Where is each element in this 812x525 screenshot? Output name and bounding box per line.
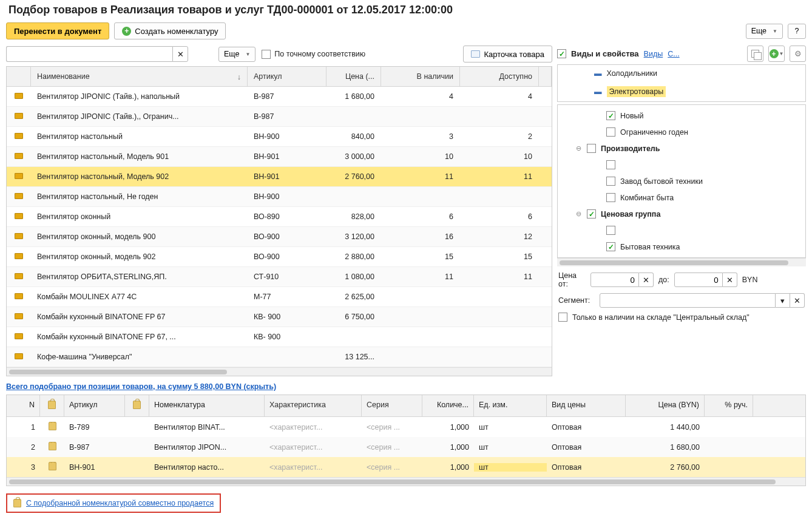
bag-icon	[48, 401, 56, 409]
cell-stock: 3	[381, 132, 460, 141]
cell-stock: 10	[381, 152, 460, 161]
table-row[interactable]: Комбайн кухонный BINATONE FP 67, ...КВ- …	[7, 327, 552, 347]
filter-checkbox[interactable]	[606, 111, 615, 120]
cell-stock: 4	[381, 92, 460, 101]
price-to-input[interactable]	[674, 273, 723, 287]
clear-price-to[interactable]: ✕	[723, 273, 737, 287]
filter-row[interactable]: ⊖Производитель	[558, 140, 805, 157]
table-row[interactable]: Вентилятор ОРБИТА,STERLING,ЯП.СТ-9101 08…	[7, 267, 552, 287]
clear-search-button[interactable]: ✕	[172, 46, 188, 62]
segment-dropdown[interactable]: ▾	[776, 293, 790, 308]
table-row[interactable]: Кофе-машина "Универсал"13 125...	[7, 347, 552, 367]
types-properties-checkbox[interactable]	[557, 49, 566, 58]
filter-checkbox[interactable]	[606, 193, 615, 202]
settings-button[interactable]: ⚙	[790, 46, 806, 62]
cell-article: М-77	[248, 293, 326, 301]
filter-checkbox[interactable]	[606, 242, 615, 251]
table-row[interactable]: Комбайн кухонный BINATONE FP 67КВ- 9006 …	[7, 307, 552, 327]
cell-available: 11	[460, 273, 539, 281]
col-nomenclature[interactable]: Номенклатура	[149, 395, 265, 416]
filter-panel: НовыйОграниченно годен⊖ПроизводительЗаво…	[557, 104, 806, 258]
filter-row[interactable]: ⊖Ценовая группа	[558, 206, 805, 222]
table-row[interactable]: Вентилятор оконныйВО-890828,0066	[7, 207, 552, 227]
tree-toggle-icon[interactable]: ⊖	[575, 210, 582, 218]
currency-label: BYN	[742, 276, 758, 284]
col-name[interactable]: Наименование↓	[31, 67, 248, 86]
clear-segment[interactable]: ✕	[790, 293, 805, 308]
table-row[interactable]: 1B-789Вентилятор BINAT...<характерист...…	[7, 417, 805, 437]
help-button[interactable]: ?	[788, 24, 806, 39]
col-price[interactable]: Цена (...	[326, 67, 381, 86]
filter-checkbox[interactable]	[606, 127, 615, 137]
table-row[interactable]: Вентилятор JIPONIC (Тайв.), напольныйB-9…	[7, 87, 552, 107]
clear-price-from[interactable]: ✕	[639, 273, 654, 287]
filter-horizontal-scrollbar[interactable]	[557, 258, 806, 266]
types-link[interactable]: Виды	[644, 50, 663, 58]
col-article[interactable]: Артикул	[248, 67, 326, 86]
col-characteristic[interactable]: Характеристика	[265, 395, 362, 416]
col-icon2[interactable]	[125, 395, 149, 416]
filter-row[interactable]: Комбинат быта	[558, 189, 805, 206]
types-properties-title: Виды и свойства	[571, 49, 639, 58]
props-link[interactable]: С...	[668, 50, 679, 58]
col-price-type[interactable]: Вид цены	[547, 395, 626, 416]
btable-horizontal-scrollbar[interactable]	[7, 477, 805, 486]
cell-price: 828,00	[326, 212, 381, 221]
filter-row[interactable]: Бытовая техника	[558, 239, 805, 255]
table-row[interactable]: Вентилятор оконный, модель 902ВО-9002 88…	[7, 247, 552, 267]
cell-name: Комбайн кухонный BINATONE FP 67, ...	[31, 333, 248, 341]
table-row[interactable]: Комбайн MOULINEX А77 4СМ-772 625,00	[7, 287, 552, 307]
filter-checkbox[interactable]	[587, 209, 596, 218]
col-series[interactable]: Серия	[362, 395, 422, 416]
segment-input[interactable]	[600, 293, 776, 308]
filter-checkbox[interactable]	[606, 177, 615, 186]
exact-match-checkbox[interactable]	[262, 50, 271, 59]
table-row[interactable]: Вентилятор настольныйВН-900840,0032	[7, 127, 552, 147]
table-row[interactable]: Вентилятор настольный, Модель 902ВН-9012…	[7, 167, 552, 187]
copy-button[interactable]	[747, 46, 763, 62]
col-icon1[interactable]	[40, 395, 64, 416]
col-available[interactable]: Доступно	[460, 67, 539, 86]
table-row[interactable]: Вентилятор настольный, Модель 901ВН-9013…	[7, 147, 552, 167]
filter-row[interactable]: Ограниченно годен	[558, 124, 805, 140]
tree-toggle-icon[interactable]: ⊖	[575, 144, 582, 152]
col-percent[interactable]: % руч.	[705, 395, 753, 416]
filter-row[interactable]: Завод бытовой техники	[558, 173, 805, 189]
tree-item[interactable]: ▬ Электротовары	[558, 82, 805, 101]
more-button[interactable]: Еще	[746, 24, 783, 39]
product-card-button[interactable]: Карточка товара	[463, 46, 552, 63]
tree-item[interactable]: ▬ Холодильники	[558, 65, 805, 82]
table-row[interactable]: Вентилятор оконный, модель 900ВО-9003 12…	[7, 227, 552, 247]
filter-row[interactable]: Новый	[558, 107, 805, 124]
plus-icon: +	[122, 27, 131, 36]
col-article[interactable]: Артикул	[64, 395, 125, 416]
col-n[interactable]: N	[7, 395, 40, 416]
create-nomenclature-button[interactable]: + Создать номенклатуру	[114, 22, 226, 39]
cell-price: 1 440,00	[626, 423, 705, 432]
search-more-button[interactable]: Еще	[218, 47, 255, 62]
filter-label: Комбинат быта	[620, 194, 674, 202]
price-from-input[interactable]	[590, 273, 639, 287]
table-row[interactable]: Вентилятор JIPONIC (Тайв.),, Огранич...B…	[7, 107, 552, 127]
col-quantity[interactable]: Количе...	[422, 395, 474, 416]
transfer-button[interactable]: Перенести в документ	[6, 22, 109, 39]
col-stock[interactable]: В наличии	[381, 67, 460, 86]
grid-horizontal-scrollbar[interactable]	[7, 367, 552, 376]
price-to-label: до:	[658, 276, 669, 284]
only-in-stock-checkbox[interactable]	[558, 313, 567, 322]
summary-link[interactable]: Всего подобрано три позиции товаров, на …	[6, 382, 276, 391]
filter-row[interactable]	[558, 222, 805, 239]
filter-checkbox[interactable]	[587, 144, 596, 153]
table-row[interactable]: 3ВН-901Вентилятор насто...<характерист..…	[7, 457, 805, 477]
cross-sell-link[interactable]: С подобранной номенклатурой совместно пр…	[26, 499, 214, 507]
table-row[interactable]: 2B-987Вентилятор JIPON...<характерист...…	[7, 437, 805, 457]
col-price[interactable]: Цена (BYN)	[626, 395, 705, 416]
table-row[interactable]: Вентилятор настольный, Не годенВН-900	[7, 187, 552, 207]
filter-checkbox[interactable]	[606, 160, 615, 169]
col-uom[interactable]: Ед. изм.	[474, 395, 547, 416]
add-button[interactable]: +▼	[768, 46, 785, 62]
bag-icon	[49, 462, 56, 470]
filter-row[interactable]	[558, 157, 805, 173]
filter-checkbox[interactable]	[606, 226, 615, 235]
search-input[interactable]	[6, 46, 172, 62]
